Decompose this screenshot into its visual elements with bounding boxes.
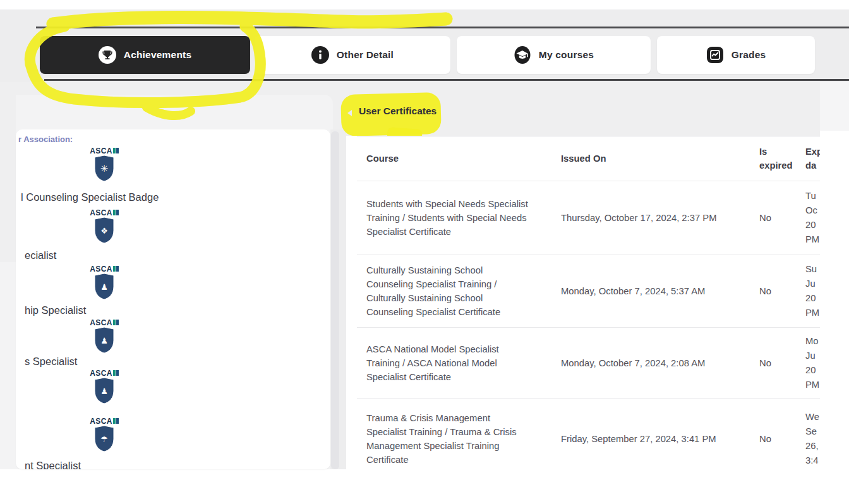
cell-is-expired: No xyxy=(759,284,805,298)
cell-issued-on: Monday, October 7, 2024, 2:08 AM xyxy=(561,356,759,370)
badge-label: ecialist xyxy=(25,249,56,261)
cell-course: Trauma & Crisis Management Specialist Tr… xyxy=(357,411,561,467)
info-icon xyxy=(311,46,329,64)
badge-leadership[interactable]: ASCA ♟ xyxy=(73,265,136,303)
badge-label: l Counseling Specialist Badge xyxy=(21,191,159,203)
tab-my-courses[interactable]: My courses xyxy=(457,36,651,74)
column-header-issued-on: Issued On xyxy=(561,152,759,165)
cell-course: Students with Special Needs Specialist T… xyxy=(357,197,561,239)
tab-label: My courses xyxy=(539,49,594,61)
tab-label: Achievements xyxy=(124,49,192,61)
cell-issued-on: Thursday, October 17, 2024, 2:37 PM xyxy=(561,211,759,225)
tab-grades[interactable]: Grades xyxy=(657,36,815,74)
asca-logo: ASCA xyxy=(73,319,136,327)
badge-specialist-6[interactable]: ASCA ☂ xyxy=(73,417,136,455)
chart-icon xyxy=(706,46,724,64)
asca-logo: ASCA xyxy=(73,147,136,155)
table-header-row: Course Issued On Is expired Exp da xyxy=(357,136,820,181)
cell-issued-on: Monday, October 7, 2024, 5:37 AM xyxy=(561,284,759,298)
tab-label: Grades xyxy=(732,49,766,61)
badge-shield-icon: ❖ xyxy=(93,217,115,244)
association-caption: r Association: xyxy=(18,135,73,144)
asca-logo: ASCA xyxy=(73,209,136,217)
svg-text:♟: ♟ xyxy=(100,282,108,292)
right-margin-panel xyxy=(820,131,849,504)
cell-course: Culturally Sustaining School Counseling … xyxy=(357,263,561,319)
collapse-arrow-icon[interactable] xyxy=(347,110,352,116)
column-header-is-expired: Is expired xyxy=(759,145,805,172)
asca-logo: ASCA xyxy=(73,265,136,273)
cell-issued-on: Friday, September 27, 2024, 3:41 PM xyxy=(561,432,759,446)
tab-achievements[interactable]: Achievements xyxy=(40,36,250,74)
svg-text:♟: ♟ xyxy=(100,387,108,396)
right-margin-tint xyxy=(820,82,849,131)
column-header-expiry-date: Exp da xyxy=(805,145,820,172)
badge-specialist-2[interactable]: ASCA ❖ xyxy=(73,209,136,247)
graduation-cap-icon xyxy=(514,46,531,64)
badge-school-counseling[interactable]: ASCA ✳ xyxy=(73,147,136,185)
tab-label: Other Detail xyxy=(337,49,394,61)
badge-label: s Specialist xyxy=(25,356,77,368)
table-row: ASCA National Model Specialist Training … xyxy=(357,328,820,399)
asca-logo: ASCA xyxy=(73,417,136,425)
cell-expiry-date: Tu Oc 20 PM xyxy=(805,189,820,247)
badge-shield-icon: ☂ xyxy=(93,425,115,453)
tab-other-detail[interactable]: Other Detail xyxy=(255,36,450,74)
svg-text:✳: ✳ xyxy=(100,163,109,174)
column-header-course: Course xyxy=(357,152,561,165)
badge-shield-icon: ✳ xyxy=(93,155,115,183)
asca-logo: ASCA xyxy=(73,369,136,377)
cell-expiry-date: Mo Ju 20 PM xyxy=(805,334,820,392)
trophy-icon xyxy=(99,46,116,64)
divider-line-top xyxy=(36,27,849,28)
certificates-table: Course Issued On Is expired Exp da Stude… xyxy=(357,136,820,479)
cell-is-expired: No xyxy=(759,211,805,225)
badge-shield-icon: ♟ xyxy=(93,273,115,301)
badge-shield-icon: ♟ xyxy=(93,377,115,405)
svg-text:❖: ❖ xyxy=(100,226,108,236)
left-margin-strip xyxy=(0,82,16,262)
divider-line-bottom xyxy=(44,79,849,81)
cell-expiry-date: We Se 26, 3:4 xyxy=(805,410,820,468)
badge-specialist-5[interactable]: ASCA ♟ xyxy=(73,369,136,407)
cell-course: ASCA National Model Specialist Training … xyxy=(357,342,561,384)
certificates-panel: Course Issued On Is expired Exp da Stude… xyxy=(346,136,820,504)
badge-label: hip Specialist xyxy=(25,304,86,316)
svg-text:♟: ♟ xyxy=(100,336,108,345)
cell-is-expired: No xyxy=(759,356,805,370)
badge-label: nt Specialist xyxy=(25,460,81,469)
table-row: Trauma & Crisis Management Specialist Tr… xyxy=(357,399,820,479)
badges-panel: r Association: ASCA ✳ l Counseling Speci… xyxy=(16,129,330,469)
badge-specialist-4[interactable]: ASCA ♟ xyxy=(73,319,136,357)
svg-text:☂: ☂ xyxy=(100,435,108,444)
vertical-scrollbar[interactable] xyxy=(331,131,339,469)
cell-is-expired: No xyxy=(759,432,805,446)
user-certificates-heading: User Certificates xyxy=(359,105,437,117)
table-row: Students with Special Needs Specialist T… xyxy=(357,181,820,255)
badge-shield-icon: ♟ xyxy=(93,327,115,354)
table-row: Culturally Sustaining School Counseling … xyxy=(357,255,820,328)
cell-expiry-date: Su Ju 20 PM xyxy=(805,262,820,320)
